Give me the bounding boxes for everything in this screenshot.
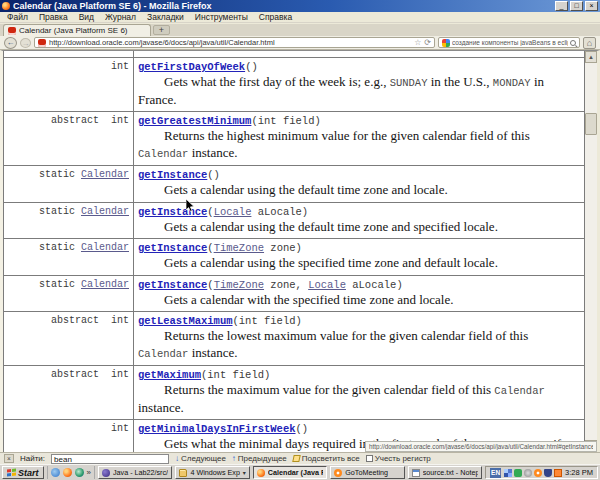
type-link[interactable]: TimeZone [214,279,264,291]
globe-icon[interactable] [75,468,84,477]
taskbar-button[interactable]: source.txt - Notepad [408,466,482,479]
find-prev-button[interactable]: ↑ Предыдущее [232,454,287,463]
scrollbar-thumb[interactable] [585,113,597,135]
highlight-all-label: Подсветить все [302,454,360,463]
window-title: Calendar (Java Platform SE 6) - Mozilla … [13,1,552,11]
method-link[interactable]: getMinimalDaysInFirstWeek [138,423,296,435]
menu-item[interactable]: Журнал [105,12,136,22]
method-signature: getLeastMaximum(int field) [138,315,580,328]
minimize-button[interactable]: _ [555,1,568,11]
method-cell: getInstance(Locale aLocale)Gets a calend… [134,203,584,239]
menu-item[interactable]: Инструменты [195,12,248,22]
start-label: Start [18,468,39,478]
method-signature: getInstance(TimeZone zone) [138,242,580,255]
back-button[interactable]: ← [4,37,17,49]
method-modifier-cell: static Calendar [4,203,134,239]
tab-bar: Calendar (Java Platform SE 6) + [0,24,600,36]
match-case-option[interactable]: Учесть регистр [366,454,431,463]
maximize-button[interactable]: □ [570,1,583,11]
highlight-all-button[interactable]: Подсветить все [293,454,360,463]
internet-explorer-icon[interactable] [51,468,60,477]
taskbar-button-label: Java - Lab22/src/Main.ja... [113,468,168,477]
url-text: http://download.oracle.com/javase/6/docs… [49,38,411,47]
gotomeeting-icon[interactable] [534,469,542,477]
signature-text: zone) [264,242,302,254]
taskbar-button[interactable]: 4 Windows Explorer▾ [175,466,249,479]
description-text: int [111,423,129,434]
method-cell: getGreatestMinimum(int field)Returns the… [134,112,584,165]
tab-calendar[interactable]: Calendar (Java Platform SE 6) [3,24,151,36]
method-link[interactable]: getGreatestMinimum [138,115,251,127]
method-description: Returns the maximum value for the given … [138,382,580,416]
url-bar[interactable]: http://download.oracle.com/javase/6/docs… [34,37,435,48]
description-text: Gets a calendar using the specified time… [164,255,498,270]
browser-content: intgetFirstDayOfWeek()Gets what the firs… [0,50,600,452]
quick-launch-overflow-chevron[interactable]: » [87,468,91,477]
type-link[interactable]: Locale [214,206,252,218]
method-link[interactable]: getInstance [138,242,207,254]
google-icon[interactable] [442,39,450,47]
grid-icon[interactable] [504,469,512,477]
method-link[interactable]: getInstance [138,279,207,291]
findbar-close-icon[interactable]: × [4,454,14,463]
language-indicator[interactable]: EN [490,468,501,478]
tray-icons [504,469,562,477]
menu-item[interactable]: Справка [259,12,292,22]
close-button[interactable]: × [585,1,598,11]
menu-item[interactable]: Вид [79,12,94,22]
reload-icon[interactable]: ⟳ [424,38,431,47]
method-link[interactable]: getLeastMaximum [138,315,233,327]
bookmark-star-icon[interactable]: ☆ [414,38,421,47]
messenger-icon[interactable] [514,469,522,477]
start-button[interactable]: Start [2,466,44,479]
description-text: abstract int [51,115,129,126]
quick-launch-bar: » [47,466,95,479]
table-row: static CalendargetInstance(TimeZone zone… [4,239,584,276]
shield-icon[interactable] [544,469,552,477]
taskbar-button[interactable]: Java - Lab22/src/Main.ja... [98,466,172,479]
type-link[interactable]: Locale [308,279,346,291]
new-tab-button[interactable]: + [153,25,170,35]
up-arrow-icon: ↑ [232,454,236,463]
group-caret-icon[interactable]: ▾ [243,469,246,476]
method-modifier-cell [4,51,134,57]
type-link[interactable]: Calendar [81,206,129,217]
method-modifier-cell: abstract int [4,366,134,419]
taskbar-button[interactable]: Calendar (Java Platfo... [253,466,327,479]
firefox-icon[interactable] [63,468,72,477]
type-link[interactable]: Calendar [81,279,129,290]
method-link[interactable]: getMaximum [138,369,201,381]
menu-item[interactable]: Закладки [147,12,184,22]
find-input[interactable]: bean [51,454,169,464]
forward-button[interactable]: → [20,38,31,48]
scroll-up-icon[interactable]: ▲ [585,51,597,63]
taskbar-button-label: Calendar (Java Platfo... [268,468,323,477]
vertical-scrollbar[interactable]: ▲ ▼ [585,51,597,452]
titlebar: Calendar (Java Platform SE 6) - Mozilla … [0,0,600,12]
table-row: abstract intgetMaximum(int field)Returns… [4,366,584,420]
update-icon[interactable] [554,469,562,477]
method-description: Gets what the first day of the week is; … [138,74,580,108]
menu-item[interactable]: Правка [39,12,68,22]
type-link[interactable]: Calendar [81,242,129,253]
method-cell: getInstance(TimeZone zone, Locale aLocal… [134,276,584,312]
firefox-icon [257,469,265,477]
navigation-toolbar: ← → http://download.oracle.com/javase/6/… [0,36,600,50]
home-button[interactable]: ⌂ [583,37,596,49]
method-link[interactable]: getFirstDayOfWeek [138,61,245,73]
match-case-checkbox[interactable] [366,455,373,462]
taskbar-button[interactable]: GoToMeeting [330,466,404,479]
type-link[interactable]: TimeZone [214,242,264,254]
description-text: Returns the highest minimum value for th… [164,128,530,143]
method-link[interactable]: getInstance [138,169,207,181]
menu-item[interactable]: Файл [7,12,28,22]
description-text: static [39,169,81,180]
table-row: abstract intgetLeastMaximum(int field)Re… [4,312,584,366]
type-link[interactable]: Calendar [81,169,129,180]
volume-icon[interactable] [524,469,532,477]
search-input[interactable]: создание компоненты javaBeans в eclipse [438,37,580,48]
method-link[interactable]: getInstance [138,206,207,218]
search-magnifier-icon[interactable] [570,40,576,46]
method-signature: getInstance() [138,169,580,182]
find-next-button[interactable]: ↓ Следующее [175,454,226,463]
